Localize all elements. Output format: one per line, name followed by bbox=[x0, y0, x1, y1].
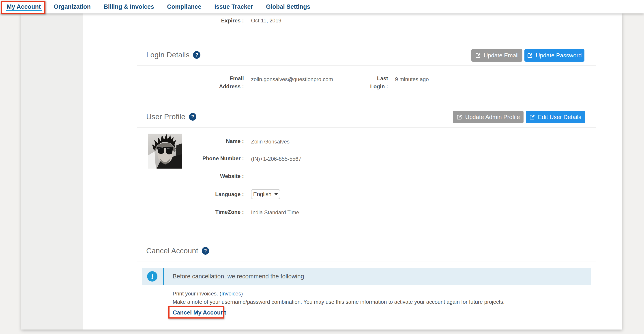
help-icon[interactable]: ? bbox=[202, 247, 209, 255]
help-icon[interactable]: ? bbox=[193, 51, 200, 59]
section-title-text: Login Details bbox=[146, 51, 190, 59]
section-title-text: User Profile bbox=[146, 113, 186, 121]
language-select[interactable]: English bbox=[251, 189, 280, 199]
edit-icon bbox=[527, 53, 533, 58]
section-divider bbox=[137, 262, 596, 262]
expires-label: Expires : bbox=[146, 17, 244, 25]
chevron-down-icon bbox=[274, 193, 278, 195]
login-details-heading: Login Details ? bbox=[146, 51, 200, 59]
tab-label: Organization bbox=[54, 3, 91, 10]
last-login-value: 9 minutes ago bbox=[395, 75, 429, 83]
button-label: Edit User Details bbox=[538, 114, 581, 121]
tab-my-account[interactable]: My Account bbox=[7, 0, 41, 14]
edit-icon bbox=[529, 114, 535, 120]
tab-label: Global Settings bbox=[266, 3, 310, 10]
banner-text: Before cancellation, we recommend the fo… bbox=[173, 268, 304, 285]
phone-number-label: Phone Number : bbox=[157, 154, 244, 163]
tab-issue-tracker[interactable]: Issue Tracker bbox=[214, 0, 253, 14]
help-icon[interactable]: ? bbox=[189, 113, 196, 121]
banner-divider bbox=[163, 268, 164, 285]
cancel-account-heading: Cancel Account ? bbox=[146, 247, 209, 255]
tab-label: Issue Tracker bbox=[214, 3, 253, 10]
tab-label: My Account bbox=[7, 3, 41, 10]
phone-number-value: (IN)+1-206-855-5567 bbox=[251, 155, 302, 163]
update-password-button[interactable]: Update Password bbox=[524, 49, 584, 62]
timezone-value: India Standard Time bbox=[251, 208, 299, 217]
email-address-label: Email Address : bbox=[157, 74, 244, 91]
name-label: Name : bbox=[157, 137, 244, 145]
last-login-label: Last Login : bbox=[336, 74, 388, 91]
update-email-button[interactable]: Update Email bbox=[471, 49, 522, 62]
recommendation-line-1: Print your invoices. (Invoices) bbox=[173, 289, 504, 298]
section-divider bbox=[137, 66, 596, 66]
website-label: Website : bbox=[157, 172, 244, 180]
recommendation-line-2: Make a note of your username/password co… bbox=[173, 298, 504, 306]
name-value: Zolin Gonsalves bbox=[251, 138, 290, 146]
tab-compliance[interactable]: Compliance bbox=[167, 0, 201, 14]
user-profile-heading: User Profile ? bbox=[146, 113, 196, 121]
expires-value: Oct 11, 2019 bbox=[251, 17, 282, 25]
top-navigation: My Account Organization Billing & Invoic… bbox=[0, 0, 644, 14]
tab-global-settings[interactable]: Global Settings bbox=[266, 0, 310, 14]
tab-label: Compliance bbox=[167, 3, 201, 10]
cancellation-info-banner: i Before cancellation, we recommend the … bbox=[142, 268, 592, 285]
edit-icon bbox=[456, 114, 462, 120]
button-label: Update Email bbox=[484, 52, 518, 59]
button-label: Update Admin Profile bbox=[465, 114, 520, 121]
tab-organization[interactable]: Organization bbox=[54, 0, 91, 14]
edit-icon bbox=[475, 53, 481, 58]
tab-billing-invoices[interactable]: Billing & Invoices bbox=[104, 0, 154, 14]
cancellation-recommendations: Print your invoices. (Invoices) Make a n… bbox=[173, 289, 504, 306]
tab-label: Billing & Invoices bbox=[104, 3, 154, 10]
button-label: Update Password bbox=[536, 52, 582, 59]
section-divider bbox=[137, 127, 596, 128]
invoices-link[interactable]: Invoices bbox=[221, 290, 241, 296]
email-address-value: zolin.gonsalves@questionpro.com bbox=[251, 75, 333, 83]
edit-user-details-button[interactable]: Edit User Details bbox=[526, 111, 585, 123]
info-icon: i bbox=[147, 271, 158, 281]
update-admin-profile-button[interactable]: Update Admin Profile bbox=[453, 111, 524, 123]
section-title-text: Cancel Account bbox=[146, 247, 198, 255]
language-selected-value: English bbox=[253, 191, 272, 197]
language-label: Language : bbox=[157, 190, 244, 198]
timezone-label: TimeZone : bbox=[157, 208, 244, 216]
cancel-my-account-link[interactable]: Cancel My Account bbox=[173, 309, 226, 316]
